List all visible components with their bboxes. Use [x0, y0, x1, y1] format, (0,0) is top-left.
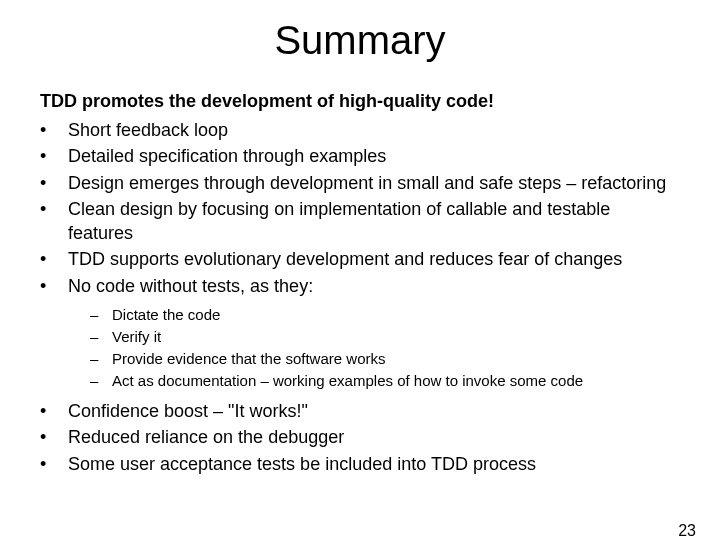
dash-icon: – — [90, 304, 112, 325]
list-item: • Some user acceptance tests be included… — [40, 452, 680, 476]
bullet-dot-icon: • — [40, 197, 68, 246]
page-title: Summary — [0, 18, 720, 63]
list-item-label: Detailed specification through examples — [68, 144, 680, 168]
list-item-label: Provide evidence that the software works — [112, 348, 680, 369]
list-item-label: TDD supports evolutionary development an… — [68, 247, 680, 271]
bullet-dot-icon: • — [40, 399, 68, 423]
list-item-label: Short feedback loop — [68, 118, 680, 142]
list-item-label: Act as documentation – working examples … — [112, 370, 680, 391]
sub-bullet-list: – Dictate the code – Verify it – Provide… — [40, 304, 680, 391]
list-item: • Design emerges through development in … — [40, 171, 680, 195]
list-item-label: No code without tests, as they: — [68, 274, 680, 298]
list-item-label: Confidence boost – "It works!" — [68, 399, 680, 423]
lead-text: TDD promotes the development of high-qua… — [40, 91, 680, 112]
list-item-label: Some user acceptance tests be included i… — [68, 452, 680, 476]
list-item-label: Reduced reliance on the debugger — [68, 425, 680, 449]
page-number: 23 — [678, 522, 696, 540]
list-item: • Reduced reliance on the debugger — [40, 425, 680, 449]
bullet-dot-icon: • — [40, 247, 68, 271]
bullet-dot-icon: • — [40, 452, 68, 476]
bullet-dot-icon: • — [40, 171, 68, 195]
list-item: • Clean design by focusing on implementa… — [40, 197, 680, 246]
list-item: – Provide evidence that the software wor… — [90, 348, 680, 369]
bullet-list-bottom: • Confidence boost – "It works!" • Reduc… — [40, 399, 680, 476]
bullet-dot-icon: • — [40, 118, 68, 142]
dash-icon: – — [90, 348, 112, 369]
list-item: • Confidence boost – "It works!" — [40, 399, 680, 423]
dash-icon: – — [90, 370, 112, 391]
bullet-dot-icon: • — [40, 425, 68, 449]
list-item-label: Clean design by focusing on implementati… — [68, 197, 680, 246]
list-item: – Act as documentation – working example… — [90, 370, 680, 391]
list-item: • No code without tests, as they: — [40, 274, 680, 298]
list-item-label: Design emerges through development in sm… — [68, 171, 680, 195]
list-item: • Detailed specification through example… — [40, 144, 680, 168]
list-item-label: Dictate the code — [112, 304, 680, 325]
list-item-label: Verify it — [112, 326, 680, 347]
dash-icon: – — [90, 326, 112, 347]
list-item: • Short feedback loop — [40, 118, 680, 142]
slide-content: TDD promotes the development of high-qua… — [0, 91, 720, 476]
bullet-dot-icon: • — [40, 144, 68, 168]
bullet-list-top: • Short feedback loop • Detailed specifi… — [40, 118, 680, 298]
list-item: • TDD supports evolutionary development … — [40, 247, 680, 271]
list-item: – Dictate the code — [90, 304, 680, 325]
slide: Summary TDD promotes the development of … — [0, 18, 720, 540]
list-item: – Verify it — [90, 326, 680, 347]
bullet-dot-icon: • — [40, 274, 68, 298]
